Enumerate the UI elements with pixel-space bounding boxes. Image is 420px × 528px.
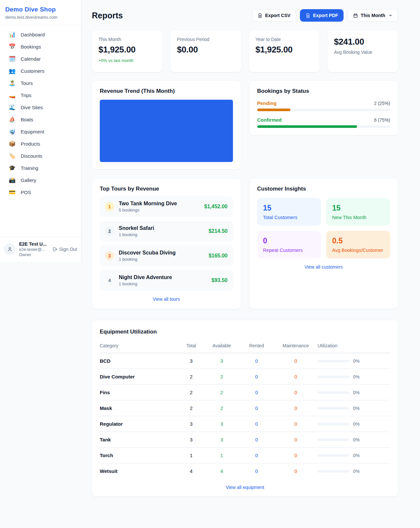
sidebar-item-equipment[interactable]: 🤿 Equipment xyxy=(0,126,81,138)
utilization-bar xyxy=(318,470,349,473)
sidebar-item-pos[interactable]: 💳 POS xyxy=(0,186,81,198)
status-label: Pending xyxy=(257,100,277,106)
sidebar-item-bookings[interactable]: 📅 Bookings xyxy=(0,41,81,53)
brand-block[interactable]: Demo Dive Shop demo.test.divestreams.com xyxy=(0,0,81,25)
people-icon: 👥 xyxy=(9,68,16,74)
sidebar-item-discounts[interactable]: 🏷️ Discounts xyxy=(0,150,81,162)
tag-icon: 🏷️ xyxy=(9,153,16,159)
view-all-tours-link[interactable]: View all tours xyxy=(100,296,233,302)
tour-name: Two Tank Morning Dive xyxy=(119,201,177,207)
sign-out-label: Sign Out xyxy=(59,247,77,252)
calendar-icon xyxy=(353,13,358,18)
rank-badge: 4 xyxy=(105,276,114,285)
status-count: 6 (75%) xyxy=(374,117,390,123)
brand-name: Demo Dive Shop xyxy=(5,6,76,13)
insight-total-customers: 15 Total Customers xyxy=(257,198,321,226)
graduation-cap-icon: 🎓 xyxy=(9,165,16,171)
insight-label: Total Customers xyxy=(263,215,315,220)
status-count: 2 (25%) xyxy=(374,101,390,106)
table-row: Wetsuit 4 4 0 0 0% xyxy=(100,463,390,479)
bookings-by-status-title: Bookings by Status xyxy=(257,88,390,94)
status-bar-fill xyxy=(257,125,357,128)
view-all-customers-link[interactable]: View all customers xyxy=(257,264,390,270)
customer-insights-card: Customer Insights 15 Total Customers 15 … xyxy=(249,178,398,309)
sidebar-item-label: POS xyxy=(21,190,31,195)
calendar-icon: 📅 xyxy=(9,44,16,50)
tour-bookings: 1 booking xyxy=(119,281,172,286)
sidebar-item-label: Dive Sites xyxy=(21,105,43,110)
stat-label: Year to Date xyxy=(256,37,313,42)
tour-row: 2 Snorkel Safari 1 booking $214.50 xyxy=(100,221,233,241)
insight-value: 0 xyxy=(263,236,315,245)
sidebar-item-trips[interactable]: 🚤 Trips xyxy=(0,89,81,101)
col-header-available: Available xyxy=(204,340,239,353)
spiral-calendar-icon: 🗓️ xyxy=(9,56,16,62)
sidebar-item-training[interactable]: 🎓 Training xyxy=(0,162,81,174)
insight-label: Avg Bookings/Customer xyxy=(332,248,384,253)
stat-value: $241.00 xyxy=(334,37,391,47)
stat-card-this-month: This Month $1,925.00 +0% vs last month xyxy=(92,30,162,72)
sidebar-item-tours[interactable]: 🏝️ Tours xyxy=(0,77,81,89)
revenue-trend-chart xyxy=(100,100,233,162)
export-pdf-button[interactable]: Export PDF xyxy=(300,9,344,22)
sidebar-item-dashboard[interactable]: 📊 Dashboard xyxy=(0,29,81,41)
wave-icon: 🌊 xyxy=(9,105,16,110)
sidebar-item-products[interactable]: 📦 Products xyxy=(0,138,81,150)
tour-name: Night Dive Adventure xyxy=(119,274,172,280)
top-tours-title: Top Tours by Revenue xyxy=(100,186,233,192)
stat-value: $1,925.00 xyxy=(256,45,313,55)
sidebar-item-gallery[interactable]: 📸 Gallery xyxy=(0,174,81,186)
utilization-bar xyxy=(318,423,349,425)
sidebar-item-customers[interactable]: 👥 Customers xyxy=(0,65,81,77)
stat-label: Previous Period xyxy=(177,37,234,42)
table-row: Tank 3 3 0 0 0% xyxy=(100,432,390,448)
tour-bookings: 1 booking xyxy=(119,257,176,262)
tour-name: Discover Scuba Diving xyxy=(119,250,176,256)
island-icon: 🏝️ xyxy=(9,80,16,86)
user-name: E2E Test U... xyxy=(19,241,47,247)
col-header-total: Total xyxy=(178,340,204,353)
equipment-utilization-card: Equipment Utilization Category Total Ava… xyxy=(92,320,398,497)
tour-row: 4 Night Dive Adventure 1 booking $93.50 xyxy=(100,270,233,291)
camera-icon: 📸 xyxy=(9,177,16,183)
bar-chart-icon: 📊 xyxy=(9,32,16,37)
diving-mask-icon: 🤿 xyxy=(9,129,16,134)
tour-amount: $165.00 xyxy=(209,253,228,259)
export-csv-button[interactable]: Export CSV xyxy=(252,9,296,22)
tour-amount: $1,452.00 xyxy=(204,204,227,210)
utilization-bar xyxy=(318,407,349,410)
sidebar: Demo Dive Shop demo.test.divestreams.com… xyxy=(0,0,81,262)
tour-name: Snorkel Safari xyxy=(119,225,154,231)
sign-out-button[interactable]: Sign Out xyxy=(52,247,77,252)
rank-badge: 1 xyxy=(105,202,114,211)
col-header-category: Category xyxy=(100,340,178,353)
sidebar-item-boats[interactable]: ⛵ Boats xyxy=(0,113,81,126)
status-bar-track xyxy=(257,125,390,128)
credit-card-icon: 💳 xyxy=(9,190,16,195)
status-row-confirmed: Confirmed 6 (75%) xyxy=(257,117,390,128)
rank-badge: 3 xyxy=(105,251,114,260)
status-row-pending: Pending 2 (25%) xyxy=(257,100,390,111)
insight-value: 0.5 xyxy=(332,236,384,245)
revenue-trend-card: Revenue Trend (This Month) xyxy=(92,81,241,169)
table-row: Regulator 3 3 0 0 0% xyxy=(100,416,390,432)
insight-new-this-month: 15 New This Month xyxy=(326,198,390,226)
sidebar-item-label: Calendar xyxy=(21,56,41,62)
table-row: Mask 2 2 0 0 0% xyxy=(100,400,390,416)
view-all-equipment-link[interactable]: View all equipment xyxy=(100,485,390,490)
sidebar-item-calendar[interactable]: 🗓️ Calendar xyxy=(0,53,81,65)
table-row: BCD 3 3 0 0 0% xyxy=(100,353,390,369)
customer-insights-title: Customer Insights xyxy=(257,186,390,192)
stat-value: $1,925.00 xyxy=(98,45,156,55)
utilization-bar xyxy=(318,391,349,394)
sidebar-item-dive-sites[interactable]: 🌊 Dive Sites xyxy=(0,101,81,113)
sailboat-icon: ⛵ xyxy=(9,117,16,122)
stat-card-avg-booking-value: $241.00 Avg Booking Value xyxy=(327,30,398,72)
col-header-maintenance: Maintenance xyxy=(274,340,318,353)
tour-row: 1 Two Tank Morning Dive 5 bookings $1,45… xyxy=(100,196,233,217)
tour-bookings: 5 bookings xyxy=(119,208,177,213)
sidebar-item-label: Discounts xyxy=(21,153,42,159)
period-dropdown[interactable]: This Month xyxy=(347,9,398,22)
table-row: Fins 2 2 0 0 0% xyxy=(100,385,390,400)
insight-value: 15 xyxy=(263,204,315,213)
